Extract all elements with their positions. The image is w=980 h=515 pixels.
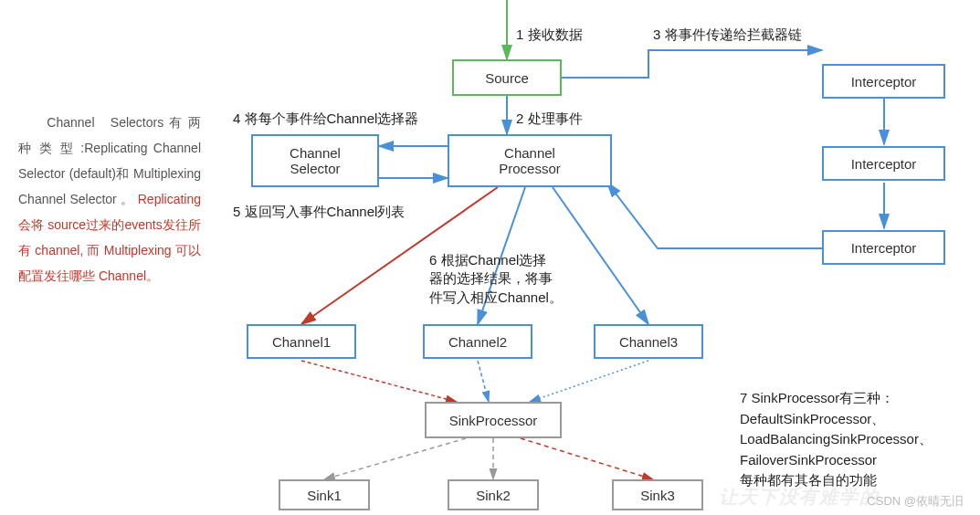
- sink3-label: Sink3: [640, 488, 675, 503]
- sink2-box: Sink2: [448, 479, 539, 510]
- sidebar-text: Channel Selectors 有 两 种 类 型 :Replicating…: [18, 110, 201, 289]
- svg-line-8: [553, 187, 648, 324]
- label-3: 3 将事件传递给拦截器链: [653, 26, 802, 44]
- label-4: 4 将每个事件给Channel选择器: [233, 110, 418, 128]
- channel3-label: Channel3: [619, 334, 678, 350]
- sink1-box: Sink1: [279, 479, 370, 510]
- label-2: 2 处理事件: [516, 110, 583, 128]
- watermark-faint: 让天下没有难学的: [719, 485, 880, 510]
- channel1-label: Channel1: [272, 334, 331, 350]
- watermark: CSDN @依晴无旧: [867, 493, 964, 510]
- sink-processor-label: SinkProcessor: [449, 413, 538, 428]
- interceptor1-box: Interceptor: [822, 64, 945, 99]
- channel-processor-label: Channel Processor: [499, 145, 561, 176]
- sink1-label: Sink1: [307, 488, 342, 503]
- svg-line-14: [521, 438, 653, 479]
- interceptor2-box: Interceptor: [822, 146, 945, 181]
- label-7: 7 SinkProcessor有三种： DefaultSinkProcessor…: [740, 388, 933, 491]
- svg-line-10: [478, 361, 489, 402]
- label-5: 5 返回写入事件Channel列表: [233, 203, 405, 221]
- sink-processor-box: SinkProcessor: [425, 402, 562, 438]
- svg-line-9: [301, 361, 457, 402]
- svg-line-12: [324, 438, 466, 479]
- svg-line-11: [530, 361, 648, 402]
- interceptor1-label: Interceptor: [851, 74, 917, 89]
- label-1: 1 接收数据: [516, 26, 583, 44]
- channel1-box: Channel1: [247, 324, 356, 359]
- channel2-box: Channel2: [423, 324, 532, 359]
- interceptor2-label: Interceptor: [851, 156, 917, 172]
- source-label: Source: [485, 70, 529, 86]
- channel-selector-box: Channel Selector: [251, 134, 379, 187]
- channel2-label: Channel2: [448, 334, 507, 350]
- channel3-box: Channel3: [594, 324, 703, 359]
- interceptor3-box: Interceptor: [822, 230, 945, 265]
- channel-processor-box: Channel Processor: [448, 134, 612, 187]
- sink3-box: Sink3: [612, 479, 703, 510]
- label-6: 6 根据Channel选择 器的选择结果，将事 件写入相应Channel。: [429, 251, 563, 307]
- interceptor3-label: Interceptor: [851, 240, 917, 256]
- source-box: Source: [452, 59, 562, 96]
- channel-selector-label: Channel Selector: [290, 145, 341, 176]
- sink2-label: Sink2: [476, 488, 511, 503]
